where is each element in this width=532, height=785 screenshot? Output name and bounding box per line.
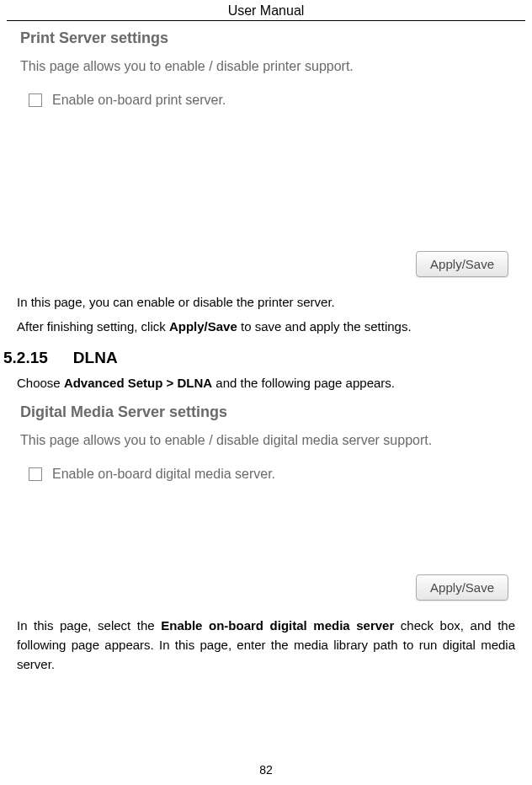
- apply-save-button[interactable]: Apply/Save: [416, 251, 508, 277]
- enable-print-server-row: Enable on-board print server.: [29, 93, 512, 108]
- section-title: DLNA: [73, 349, 118, 366]
- apply-save-button-dlna[interactable]: Apply/Save: [416, 574, 508, 601]
- enable-print-server-checkbox[interactable]: [29, 93, 42, 107]
- dlna-description: This page allows you to enable / disable…: [20, 433, 512, 448]
- section-heading-dlna: 5.2.15DLNA: [15, 349, 517, 367]
- choose-line: Choose Advanced Setup > DLNA and the fol…: [17, 376, 515, 390]
- dlna-screenshot: Digital Media Server settings This page …: [15, 395, 517, 609]
- print-server-screenshot: Print Server settings This page allows y…: [15, 21, 517, 286]
- apply-save-bold: Apply/Save: [169, 319, 237, 334]
- print-server-explain-1: In this page, you can enable or disable …: [17, 292, 515, 312]
- header-title: User Manual: [228, 3, 305, 18]
- dlna-bold: Enable on-board digital media server: [161, 618, 394, 633]
- enable-dlna-label: Enable on-board digital media server.: [52, 467, 275, 482]
- print-server-description: This page allows you to enable / disable…: [20, 59, 512, 74]
- print-server-explain-2: After finishing setting, click Apply/Sav…: [17, 317, 515, 336]
- dlna-explain: In this page, select the Enable on-board…: [17, 616, 515, 675]
- print-server-title: Print Server settings: [20, 29, 512, 47]
- enable-dlna-row: Enable on-board digital media server.: [29, 467, 512, 482]
- section-number: 5.2.15: [3, 349, 48, 367]
- enable-print-server-label: Enable on-board print server.: [52, 93, 226, 108]
- enable-dlna-checkbox[interactable]: [29, 467, 42, 481]
- page-header: User Manual: [7, 0, 525, 21]
- choose-bold: Advanced Setup > DLNA: [64, 376, 212, 390]
- page-number: 82: [0, 763, 532, 777]
- dlna-title: Digital Media Server settings: [20, 403, 512, 421]
